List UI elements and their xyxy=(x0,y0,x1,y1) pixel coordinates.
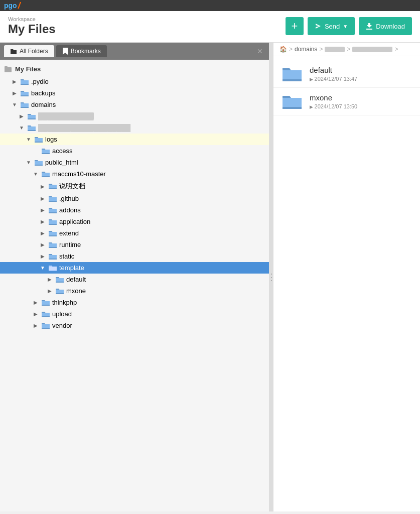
panel-divider[interactable] xyxy=(269,43,273,511)
add-button[interactable]: + xyxy=(286,17,304,35)
folder-icon-pydio xyxy=(20,78,29,85)
close-tab-button[interactable]: ✕ xyxy=(257,47,263,55)
label-addons: addons xyxy=(59,206,81,214)
tree-item-application[interactable]: ▶ application xyxy=(0,216,269,227)
label-shuoming: 说明文档 xyxy=(59,182,85,191)
label-application: application xyxy=(59,218,90,225)
chevron-vendor: ▶ xyxy=(32,323,39,328)
header: Workspace My Files + Send ▼ Download xyxy=(0,11,420,43)
page-title: My Files xyxy=(8,22,56,36)
tree-item-shuoming[interactable]: ▶ 说明文档 xyxy=(0,180,269,193)
main-layout: All Folders Bookmarks ✕ My Files ▶ xyxy=(0,43,420,511)
download-label: Download xyxy=(376,23,405,30)
tree-item-blurred-2[interactable]: ▼ ████████████████████ xyxy=(0,122,269,134)
label-blurred-2: ████████████████████ xyxy=(38,124,130,132)
tree-item-access[interactable]: access xyxy=(0,145,269,157)
logo-slash: / xyxy=(17,1,22,11)
tab-bookmarks[interactable]: Bookmarks xyxy=(56,45,107,57)
chevron-thinkphp: ▶ xyxy=(32,300,39,305)
chevron-application: ▶ xyxy=(39,219,46,224)
file-item-default[interactable]: default 2024/12/07 13:47 xyxy=(273,60,420,88)
chevron-blurred-2: ▼ xyxy=(18,125,25,131)
label-access: access xyxy=(52,147,72,155)
tree-item-addons[interactable]: ▶ addons xyxy=(0,204,269,216)
chevron-github: ▶ xyxy=(39,196,46,201)
chevron-blurred-1: ▶ xyxy=(18,113,25,119)
label-upload: upload xyxy=(52,310,72,318)
tree-item-domains[interactable]: ▼ domains xyxy=(0,99,269,110)
file-item-mxone[interactable]: mxone 2024/12/07 13:50 xyxy=(273,88,420,115)
chevron-shuoming: ▶ xyxy=(39,184,46,189)
breadcrumb-domains[interactable]: domains xyxy=(295,46,317,53)
folder-icon-public-html xyxy=(34,159,43,166)
tree-item-upload[interactable]: ▶ upload xyxy=(0,308,269,320)
tab-all-folders[interactable]: All Folders xyxy=(4,45,54,57)
send-button[interactable]: Send ▼ xyxy=(308,17,355,35)
file-name-default: default xyxy=(310,66,357,74)
tree-item-blurred-1[interactable]: ▶ ████████████ xyxy=(0,110,269,122)
file-info-default: default 2024/12/07 13:47 xyxy=(310,66,357,82)
label-extend: extend xyxy=(59,229,79,237)
svg-rect-1 xyxy=(5,66,8,68)
file-list: default 2024/12/07 13:47 mxone 2024/12/0… xyxy=(273,56,420,511)
chevron-public-html: ▼ xyxy=(25,160,32,165)
top-bar: pgo/ xyxy=(0,0,420,11)
tree-item-extend[interactable]: ▶ extend xyxy=(0,227,269,239)
tree-item-tpl-mxone[interactable]: ▶ mxone xyxy=(0,285,269,297)
breadcrumb-sep-2: > xyxy=(319,46,323,53)
tabs-bar: All Folders Bookmarks ✕ xyxy=(0,43,269,60)
header-actions: + Send ▼ Download xyxy=(286,17,412,35)
breadcrumb-blurred-1[interactable] xyxy=(325,47,345,52)
tree-container[interactable]: My Files ▶ .pydio ▶ backups ▼ domains xyxy=(0,60,269,511)
send-icon xyxy=(315,23,322,30)
chevron-logs: ▼ xyxy=(25,137,32,142)
tree-item-github[interactable]: ▶ .github xyxy=(0,193,269,204)
breadcrumb-sep-4: > xyxy=(394,46,398,53)
tree-item-static[interactable]: ▶ static xyxy=(0,250,269,262)
folder-icon-extend xyxy=(48,230,57,237)
tree-item-backups[interactable]: ▶ backups xyxy=(0,87,269,99)
folder-icon-access xyxy=(41,148,50,155)
folder-icon-thinkphp xyxy=(41,299,50,306)
breadcrumb-sep-1: > xyxy=(289,46,293,53)
label-pydio: .pydio xyxy=(31,78,49,85)
breadcrumb-sep-3: > xyxy=(347,46,350,53)
tree-item-public-html[interactable]: ▼ public_html xyxy=(0,157,269,168)
chevron-template: ▼ xyxy=(39,265,46,271)
big-folder-icon-mxone xyxy=(282,93,303,110)
download-button[interactable]: Download xyxy=(359,17,412,35)
tree-item-thinkphp[interactable]: ▶ thinkphp xyxy=(0,297,269,308)
chevron-backups: ▶ xyxy=(11,90,18,96)
tab-bookmarks-label: Bookmarks xyxy=(71,48,101,55)
folder-icon-shuoming xyxy=(48,183,57,190)
folder-icon-blurred-2 xyxy=(27,124,36,132)
folder-tab-icon xyxy=(10,48,17,54)
tree-item-vendor[interactable]: ▶ vendor xyxy=(0,320,269,331)
tree-item-logs[interactable]: ▼ logs xyxy=(0,134,269,145)
breadcrumb-bar: 🏠 > domains > > > xyxy=(273,43,420,56)
tree-item-tpl-default[interactable]: ▶ default xyxy=(0,274,269,285)
label-static: static xyxy=(59,252,74,260)
chevron-tpl-default: ▶ xyxy=(46,277,53,282)
tree-item-runtime[interactable]: ▶ runtime xyxy=(0,239,269,250)
home-icon[interactable]: 🏠 xyxy=(279,46,287,53)
tree-item-maccms10-master[interactable]: ▼ maccms10-master xyxy=(0,168,269,180)
file-meta-mxone: 2024/12/07 13:50 xyxy=(310,103,357,109)
workspace-label: Workspace xyxy=(8,16,56,22)
label-github: .github xyxy=(59,195,79,202)
file-info-mxone: mxone 2024/12/07 13:50 xyxy=(310,93,357,109)
breadcrumb-blurred-2[interactable] xyxy=(352,47,392,52)
tree-item-template[interactable]: ▼ template xyxy=(0,262,269,274)
chevron-static: ▶ xyxy=(39,253,46,259)
label-tpl-default: default xyxy=(66,276,86,283)
chevron-addons: ▶ xyxy=(39,207,46,213)
chevron-domains: ▼ xyxy=(11,102,18,107)
root-icon xyxy=(4,65,12,73)
folder-icon-addons xyxy=(48,207,57,214)
folder-icon-runtime xyxy=(48,241,57,248)
tree-item-pydio[interactable]: ▶ .pydio xyxy=(0,76,269,87)
folder-icon-blurred-1 xyxy=(27,113,36,120)
label-template: template xyxy=(59,264,84,272)
chevron-maccms10-master: ▼ xyxy=(32,171,39,177)
send-arrow: ▼ xyxy=(343,24,348,29)
